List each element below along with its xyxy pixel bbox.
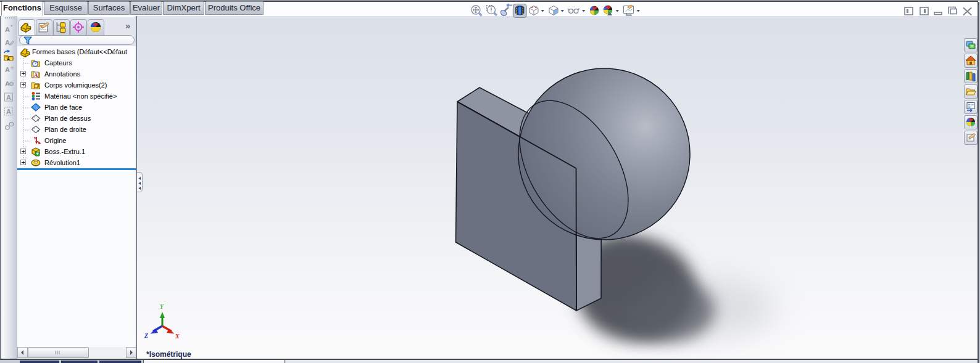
- svg-text:A: A: [7, 57, 10, 61]
- svg-text:A: A: [5, 26, 10, 33]
- svg-text:A: A: [5, 66, 10, 73]
- svg-text:Y: Y: [160, 303, 164, 310]
- svg-text:X: X: [175, 333, 180, 340]
- svg-text:A: A: [6, 108, 11, 115]
- svg-text:A: A: [6, 94, 11, 101]
- svg-text:A: A: [5, 39, 10, 46]
- svg-text:A: A: [5, 80, 10, 88]
- svg-text:Z: Z: [144, 332, 148, 339]
- svg-text:A: A: [34, 72, 38, 78]
